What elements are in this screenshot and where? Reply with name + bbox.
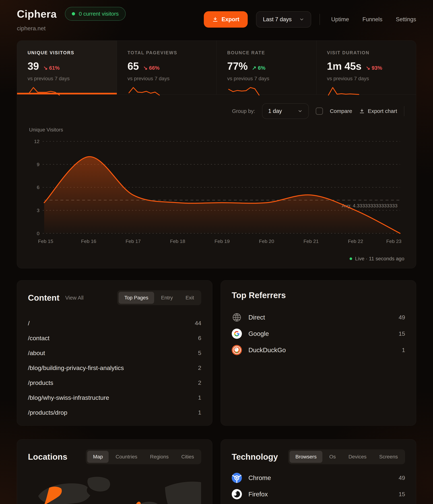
group-by-label: Group by: <box>232 108 255 114</box>
page-row[interactable]: /blog/building-privacy-first-analytics2 <box>28 360 201 375</box>
compare-checkbox[interactable] <box>316 108 323 115</box>
referrer-row[interactable]: DuckDuckGo 1 <box>232 342 405 358</box>
svg-text:12: 12 <box>34 139 40 144</box>
chart-axis-title: Unique Visitors <box>29 127 404 133</box>
top-referrers-card: Top Referrers Direct 49 Google 15 <box>221 280 416 426</box>
tab-devices[interactable]: Devices <box>343 451 372 463</box>
controls-divider <box>404 106 404 116</box>
stat-card-bounce-rate[interactable]: BOUNCE RATE 77% ↗ 6% vs previous 7 days <box>216 41 316 94</box>
svg-text:9: 9 <box>37 162 40 167</box>
live-status: Live · 11 seconds ago <box>29 256 404 262</box>
site-domain: ciphera.net <box>17 25 126 32</box>
stat-delta: ↘ 93% <box>366 65 382 71</box>
tab-browsers[interactable]: Browsers <box>290 451 322 463</box>
main-nav: Uptime Funnels Settings <box>331 16 416 23</box>
tab-exit[interactable]: Exit <box>180 292 200 304</box>
stat-value: 65 <box>128 60 139 72</box>
browsers-list: Chrome 49 Firefox 15 <box>232 470 405 504</box>
sparkline-chart <box>27 85 61 97</box>
page-row[interactable]: /contact6 <box>28 331 201 345</box>
current-visitors-badge[interactable]: 0 current visitors <box>65 7 125 21</box>
browser-row[interactable]: Firefox 15 <box>232 486 405 502</box>
nav-funnels[interactable]: Funnels <box>363 16 382 23</box>
tab-top-pages[interactable]: Top Pages <box>119 292 154 304</box>
chevron-down-icon <box>298 108 303 114</box>
page-row[interactable]: /44 <box>28 316 201 331</box>
page-row[interactable]: /blog/why-swiss-infrastructure1 <box>28 390 201 405</box>
tab-cities[interactable]: Cities <box>175 451 200 463</box>
stat-comparison-label: vs previous 7 days <box>227 76 306 81</box>
svg-text:Feb 18: Feb 18 <box>170 239 185 244</box>
brand-block: Ciphera 0 current visitors ciphera.net <box>17 7 126 32</box>
header: Ciphera 0 current visitors ciphera.net E… <box>17 7 416 32</box>
svg-text:Feb 22: Feb 22 <box>348 239 363 244</box>
stat-comparison-label: vs previous 7 days <box>128 76 206 81</box>
tab-countries[interactable]: Countries <box>110 451 143 463</box>
stat-delta: ↘ 61% <box>43 65 60 71</box>
visitors-badge-label: 0 current visitors <box>79 11 119 17</box>
svg-text:Feb 21: Feb 21 <box>303 239 319 244</box>
svg-text:Feb 17: Feb 17 <box>125 239 141 244</box>
sparkline-chart <box>128 85 161 97</box>
browser-row[interactable]: Chrome 49 <box>232 470 405 486</box>
download-icon <box>359 108 365 114</box>
page-row[interactable]: /products2 <box>28 375 201 390</box>
stat-card-unique-visitors[interactable]: UNIQUE VISITORS 39 ↘ 61% vs previous 7 d… <box>17 41 117 94</box>
referrer-row[interactable]: Direct 49 <box>232 309 405 325</box>
stat-value: 77% <box>227 60 248 72</box>
chevron-down-icon <box>299 17 304 22</box>
google-icon <box>232 329 242 339</box>
header-divider <box>320 14 320 25</box>
header-actions: Export Last 7 days Uptime Funnels Settin… <box>204 11 416 27</box>
locations-card: Locations Map Countries Regions Cities <box>17 439 212 504</box>
stat-delta: ↗ 6% <box>252 65 265 71</box>
svg-text:Feb 16: Feb 16 <box>81 239 96 244</box>
page-row[interactable]: /about5 <box>28 345 201 360</box>
page-row[interactable]: /products/drop1 <box>28 405 201 420</box>
svg-text:Feb 19: Feb 19 <box>215 239 230 244</box>
browser-row-partial[interactable] <box>232 502 405 504</box>
stat-card-visit-duration[interactable]: VISIT DURATION 1m 45s ↘ 93% vs previous … <box>316 41 416 94</box>
stat-value: 1m 45s <box>327 60 361 72</box>
stat-value: 39 <box>27 60 39 72</box>
nav-uptime[interactable]: Uptime <box>331 16 349 23</box>
chart-controls: Group by: 1 day Compare Export chart <box>29 103 404 119</box>
top-pages-list: /44 /contact6 /about5 /blog/building-pri… <box>28 316 201 420</box>
stat-comparison-label: vs previous 7 days <box>327 76 406 81</box>
tab-os[interactable]: Os <box>323 451 342 463</box>
stat-card-total-pageviews[interactable]: TOTAL PAGEVIEWS 65 ↘ 66% vs previous 7 d… <box>117 41 216 94</box>
referrers-list: Direct 49 Google 15 DuckDuckGo 1 <box>232 309 405 358</box>
export-chart-button[interactable]: Export chart <box>359 108 397 114</box>
tab-regions[interactable]: Regions <box>144 451 174 463</box>
group-by-select[interactable]: 1 day <box>262 103 309 119</box>
sparkline-chart <box>227 85 260 97</box>
world-map[interactable] <box>28 471 201 504</box>
stat-comparison-label: vs previous 7 days <box>27 76 106 81</box>
view-all-link[interactable]: View All <box>65 295 84 301</box>
technology-card: Technology Browsers Os Devices Screens C… <box>221 439 416 504</box>
svg-text:Feb 15: Feb 15 <box>38 239 53 244</box>
nav-settings[interactable]: Settings <box>396 16 416 23</box>
date-range-select[interactable]: Last 7 days <box>256 11 311 27</box>
tab-entry[interactable]: Entry <box>155 292 179 304</box>
globe-icon <box>232 312 242 323</box>
chrome-icon <box>232 473 242 483</box>
top-referrers-title: Top Referrers <box>232 290 286 300</box>
content-card: Content View All Top Pages Entry Exit /4… <box>17 280 212 426</box>
app-title: Ciphera <box>17 8 57 20</box>
live-dot-icon <box>72 12 75 15</box>
duckduckgo-icon <box>232 345 242 355</box>
stat-delta: ↘ 66% <box>143 65 159 71</box>
download-icon <box>212 16 218 23</box>
tab-map[interactable]: Map <box>87 451 109 463</box>
stat-label: VISIT DURATION <box>327 50 406 55</box>
svg-text:3: 3 <box>37 208 40 213</box>
export-button[interactable]: Export <box>204 11 248 27</box>
tab-screens[interactable]: Screens <box>373 451 404 463</box>
technology-title: Technology <box>232 452 278 462</box>
content-title: Content <box>28 293 60 303</box>
analytics-panel: UNIQUE VISITORS 39 ↘ 61% vs previous 7 d… <box>17 40 416 268</box>
referrer-row[interactable]: Google 15 <box>232 325 405 342</box>
unique-visitors-chart[interactable]: 036912Avg: 4.333333333333333Feb 15Feb 16… <box>29 134 404 254</box>
technology-tabs: Browsers Os Devices Screens <box>288 449 405 464</box>
